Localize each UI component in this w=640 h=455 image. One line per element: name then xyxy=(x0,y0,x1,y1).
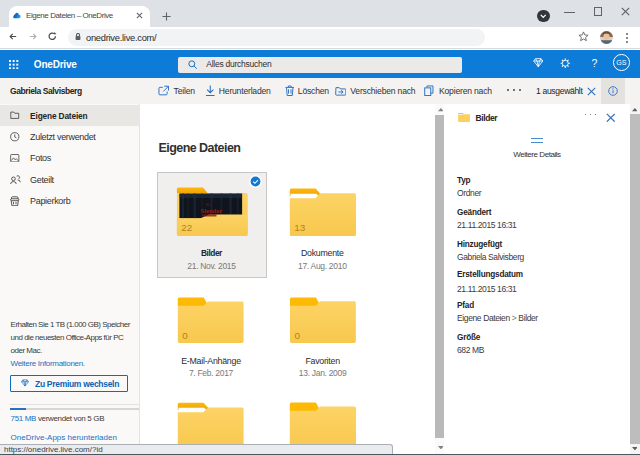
svg-text:0: 0 xyxy=(294,330,300,341)
svg-text:22: 22 xyxy=(182,222,193,233)
svg-text:13: 13 xyxy=(294,222,306,233)
svg-text:Slender: Slender xyxy=(201,207,223,214)
svg-text:0: 0 xyxy=(182,329,188,340)
